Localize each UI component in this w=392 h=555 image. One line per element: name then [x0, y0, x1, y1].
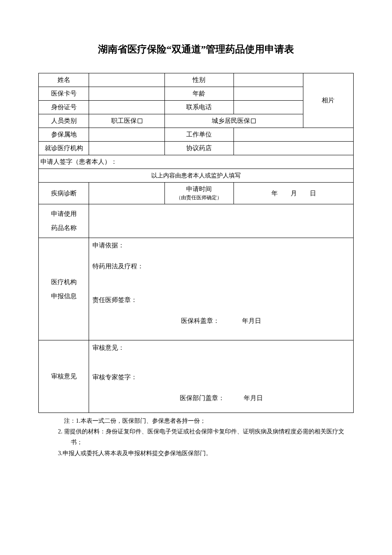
field-age[interactable]	[234, 87, 303, 101]
label-institution-info: 医疗机构申报信息	[39, 238, 89, 340]
label-pharmacy: 协议药店	[164, 142, 234, 155]
note-3: 3.申报人或委托人将本表及申报材料提交参保地医保部门。	[51, 448, 354, 459]
field-idno[interactable]	[89, 101, 164, 114]
form-title: 湖南省医疗保险“双通道”管理药品使用申请表	[38, 43, 354, 56]
checkbox-icon[interactable]	[251, 119, 256, 123]
review-block[interactable]: 审核意见： 审核专家签字： 医保部门盖章： 年月日	[89, 340, 354, 413]
application-form: 姓名 性别 相片 医保卡号 年龄 身份证号 联系电话 人员类别 职工医保 城乡居…	[38, 73, 354, 413]
label-category: 人员类别	[39, 114, 89, 128]
field-diagnosis[interactable]	[89, 183, 164, 204]
label-hospital: 就诊医疗机构	[39, 142, 89, 155]
field-work-unit[interactable]	[234, 128, 354, 142]
field-gender[interactable]	[234, 73, 303, 87]
field-name[interactable]	[89, 73, 164, 87]
option-employee[interactable]: 职工医保	[89, 114, 164, 128]
doctor-sign-label: 责任医师签章：	[92, 296, 350, 304]
label-idno: 身份证号	[39, 101, 89, 114]
photo-box: 相片	[303, 73, 353, 128]
note-1: 注：1.本表一式二份，医保部门、参保患者各持一份；	[51, 416, 354, 426]
apply-time-note: （由责任医师确定）	[167, 194, 232, 201]
label-work-unit: 工作单位	[164, 128, 234, 142]
usage-label: 特药用法及疗程：	[92, 262, 350, 270]
label-diagnosis: 疾病诊断	[39, 183, 89, 204]
footer-notes: 注：1.本表一式二份，医保部门、参保患者各持一份； 2. 需提供的材料：身份证复…	[38, 416, 354, 459]
label-review: 审核意见	[39, 340, 89, 413]
label-apply-time: 申请时间 （由责任医师确定）	[164, 183, 234, 204]
section-patient-note: 以上内容由患者本人或监护人填写	[39, 169, 354, 183]
applicant-signature[interactable]: 申请人签字（患者本人）：	[39, 155, 354, 169]
institution-info-block[interactable]: 申请依据： 特药用法及疗程： 责任医师签章： 医保科盖章： 年月日	[89, 238, 354, 340]
label-name: 姓名	[39, 73, 89, 87]
review-opinion-label: 审核意见：	[92, 344, 350, 352]
label-card: 医保卡号	[39, 87, 89, 101]
basis-label: 申请依据：	[92, 241, 350, 250]
field-pharmacy[interactable]	[234, 142, 354, 155]
field-insured-area[interactable]	[89, 128, 164, 142]
label-drug-name: 申请使用药品名称	[39, 204, 89, 238]
label-phone: 联系电话	[164, 101, 234, 114]
field-card[interactable]	[89, 87, 164, 101]
dept-stamp-line: 医保科盖章： 年月日	[92, 317, 350, 325]
option-resident[interactable]: 城乡居民医保	[164, 114, 303, 128]
label-insured-area: 参保属地	[39, 128, 89, 142]
label-gender: 性别	[164, 73, 234, 87]
field-drug-name[interactable]	[89, 204, 354, 238]
note-2: 2. 需提供的材料：身份证复印件、医保电子凭证或社会保障卡复印件、证明疾病及病情…	[51, 426, 354, 447]
field-phone[interactable]	[234, 101, 303, 114]
label-age: 年龄	[164, 87, 234, 101]
checkbox-icon[interactable]	[138, 119, 142, 123]
expert-sign-label: 审核专家签字：	[92, 373, 350, 381]
field-hospital[interactable]	[89, 142, 164, 155]
bureau-stamp-line: 医保部门盖章： 年月日	[92, 394, 350, 402]
field-apply-time[interactable]: 年 月 日	[234, 183, 354, 204]
